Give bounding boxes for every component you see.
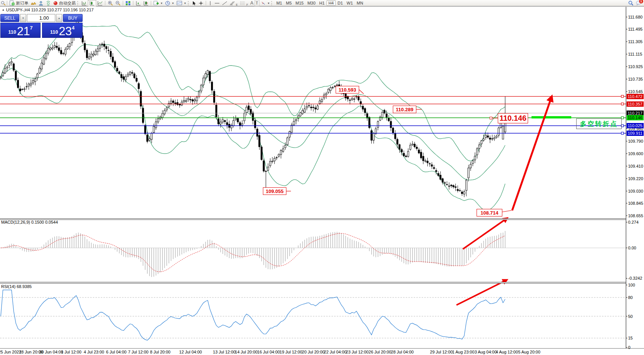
buy-button[interactable]: BUY: [63, 14, 83, 22]
timeframe-W1[interactable]: W1: [345, 1, 355, 5]
channel-sub-label: E: [236, 3, 238, 6]
chevron-down-icon: ▼: [172, 2, 174, 5]
price-tick-label: 111.495: [628, 27, 642, 31]
chevron-down-icon: ▼: [160, 2, 163, 5]
time-tick-label: 30 Jun 04:00: [39, 350, 63, 354]
bar-chart-mode-icon[interactable]: [80, 0, 88, 6]
timeframe-MN[interactable]: MN: [355, 1, 365, 5]
time-tick-label: 1 Jul 12:00: [61, 350, 81, 354]
chevron-down-icon: ▼: [267, 2, 270, 5]
rsi-scale-label: 0: [628, 345, 630, 350]
time-tick-label: 28 Jul 04:00: [391, 350, 414, 354]
text-label-tool[interactable]: T: [255, 0, 259, 6]
indicators-button[interactable]: ▼: [152, 0, 164, 6]
search-icon[interactable]: [1, 1, 6, 6]
crosshair-icon[interactable]: [197, 0, 205, 6]
deposit-icon[interactable]: [30, 0, 38, 6]
time-tick-label: 19 Jul 12:00: [280, 350, 302, 354]
cn-note-box[interactable]: 多空转折点: [576, 118, 622, 129]
price-annotation[interactable]: 110.146: [498, 113, 528, 123]
sell-price-point: 7: [30, 25, 33, 31]
price-tick-label: 108.655: [628, 213, 643, 218]
price-badge: 110.146: [627, 115, 644, 120]
rsi-scale-label: 15: [628, 336, 633, 340]
signal-icon[interactable]: [45, 0, 52, 6]
new-order-icon: [9, 0, 15, 6]
price-annotation[interactable]: 109.055: [263, 187, 286, 195]
horizontal-line-tool-icon[interactable]: [213, 0, 221, 6]
cursor-icon[interactable]: [191, 0, 197, 6]
time-tick-label: 23 Jul 12:00: [346, 350, 369, 354]
time-tick-label: 5 Aug 20:00: [518, 350, 541, 354]
clock-icon: [165, 1, 170, 6]
timeframe-group: M1M5M15M30H1H4D1W1MN: [274, 0, 365, 6]
lot-size-input[interactable]: 1.00: [27, 14, 55, 22]
price-tick-label: 109.030: [628, 189, 643, 193]
new-order-button[interactable]: 新订单: [8, 0, 30, 6]
text-tool[interactable]: A: [249, 0, 255, 6]
timeframe-H4[interactable]: H4: [327, 0, 336, 6]
price-tick-label: 110.925: [628, 64, 643, 69]
time-tick-label: 26 Jul 20:00: [369, 350, 391, 354]
timeframe-M5[interactable]: M5: [284, 1, 294, 5]
triangle-up-icon: ▲: [58, 17, 60, 19]
notifications-button[interactable]: 1: [636, 0, 642, 6]
sell-button[interactable]: SELL: [0, 14, 19, 22]
periods-button[interactable]: ▼: [164, 0, 175, 6]
sell-price-pips: 21: [17, 26, 30, 36]
price-badge: 110.357: [627, 101, 644, 107]
price-tick-label: 109.790: [628, 139, 643, 143]
rsi-scale-label: 100: [628, 283, 635, 287]
pane-splitter[interactable]: [0, 218, 626, 220]
zoom-out-icon[interactable]: [114, 0, 122, 6]
timeframe-H1[interactable]: H1: [317, 1, 327, 5]
time-axis[interactable]: 25 Jun 202128 Jun 20:0030 Jun 04:001 Jul…: [0, 348, 644, 355]
line-chart-mode-icon[interactable]: [96, 0, 104, 6]
autotrading-button[interactable]: 自动交易: [52, 0, 77, 6]
tile-windows-icon[interactable]: [124, 0, 132, 6]
price-annotation[interactable]: 108.714: [477, 209, 502, 216]
channel-tool-icon[interactable]: E: [228, 0, 239, 6]
rsi-scale-label: 50: [628, 314, 633, 319]
arrows-tool-button[interactable]: ▼: [259, 0, 271, 6]
lot-decrease-button[interactable]: ▼: [20, 14, 26, 22]
price-axis-line: [626, 7, 626, 348]
sell-price-panel[interactable]: 110 21 7: [0, 23, 41, 38]
pane-splitter[interactable]: [0, 282, 626, 283]
price-annotation[interactable]: 110.593: [336, 86, 359, 93]
buy-price-figure: 110: [50, 30, 58, 34]
time-tick-label: 4 Aug 12:00: [496, 350, 518, 354]
price-badge: 109.911: [627, 131, 644, 136]
buy-price-panel[interactable]: 110 23 4: [42, 23, 83, 38]
vertical-line-tool-icon[interactable]: [207, 0, 213, 6]
toolbar: 新订单 自动交易: [0, 0, 644, 6]
time-tick-label: 6 Jul 04:00: [106, 350, 127, 354]
macd-scale-label: 0.00: [628, 246, 636, 250]
text-label-tool-label: T: [256, 1, 258, 5]
time-tick-label: 16 Jul 04:00: [257, 350, 280, 354]
price-tick-label: 111.680: [628, 15, 642, 19]
candlestick-mode-icon[interactable]: [88, 0, 96, 6]
autoscroll-icon[interactable]: [134, 0, 142, 6]
price-annotation[interactable]: 110.289: [393, 106, 416, 113]
new-order-label: 新订单: [16, 0, 28, 6]
timeframe-M30[interactable]: M30: [305, 1, 317, 5]
account-icon[interactable]: [38, 0, 45, 6]
fibonacci-tool-icon[interactable]: F: [239, 0, 249, 6]
text-tool-label: A: [250, 0, 253, 6]
chart-shift-icon[interactable]: [142, 0, 150, 6]
timeframe-M1[interactable]: M1: [274, 1, 284, 5]
search-icon[interactable]: [628, 0, 633, 6]
triangle-down-icon: ▼: [22, 17, 24, 19]
zoom-in-icon[interactable]: [106, 0, 114, 6]
templates-button[interactable]: ▼: [175, 0, 188, 6]
timeframe-M15[interactable]: M15: [294, 1, 305, 5]
time-tick-label: 22 Jul 04:00: [324, 350, 347, 354]
chart-canvas[interactable]: [0, 0, 644, 355]
price-badge: 110.472: [627, 94, 644, 99]
price-tick-label: 108.845: [628, 201, 643, 206]
trendline-tool-icon[interactable]: [221, 0, 228, 6]
timeframe-D1[interactable]: D1: [336, 1, 345, 5]
lot-increase-button[interactable]: ▲: [56, 14, 62, 22]
add-indicator-icon: [153, 0, 159, 6]
